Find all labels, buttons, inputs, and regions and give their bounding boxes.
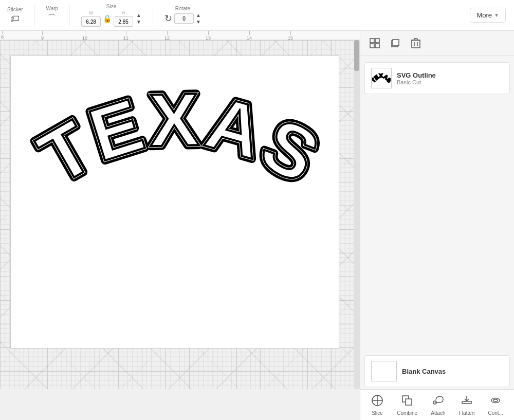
blank-canvas-label: Blank Canvas: [402, 368, 446, 375]
size-label: Size: [106, 4, 116, 9]
svg-text:TEXAS: TEXAS: [372, 72, 391, 84]
size-up-icon[interactable]: ▲: [136, 12, 141, 18]
rotate-up-icon[interactable]: ▲: [196, 12, 201, 18]
duplicate-layer-button[interactable]: [387, 35, 403, 51]
slice-icon: [371, 394, 383, 409]
rotate-input[interactable]: [174, 13, 194, 24]
group-layer-button[interactable]: [366, 35, 383, 51]
ruler-tick-10: 10: [82, 35, 87, 40]
svg-rect-6: [370, 44, 374, 48]
top-toolbar: Sticker 🏷 Warp ⌒ Size W 🔒 H ▲ ▼: [0, 0, 514, 31]
combine-button[interactable]: Combine: [393, 391, 421, 419]
svg-rect-4: [370, 39, 374, 43]
rotate-icon: ↻: [164, 13, 172, 24]
height-input[interactable]: [114, 16, 133, 27]
sticker-icon: 🏷: [10, 13, 20, 24]
slice-label: Slice: [372, 410, 383, 416]
ruler-tick-11: 11: [123, 35, 128, 40]
ruler-tick-14: 14: [247, 35, 252, 40]
width-label: W: [89, 10, 94, 15]
svg-rect-23: [406, 399, 412, 405]
blank-canvas-item[interactable]: Blank Canvas: [364, 355, 510, 387]
layer-type: Basic Cut: [397, 79, 503, 85]
blank-canvas-thumbnail: [371, 361, 397, 381]
attach-label: Attach: [431, 410, 445, 416]
flatten-button[interactable]: Flatten: [455, 391, 479, 419]
attach-icon: [432, 394, 444, 409]
sticker-label: Sticker: [7, 7, 23, 12]
lock-icon[interactable]: 🔒: [103, 14, 112, 23]
svg-rect-5: [375, 39, 379, 43]
contour-icon: [489, 394, 502, 409]
more-arrow-icon: ▼: [494, 12, 499, 18]
texas-artwork[interactable]: TEXAS TEXAS TEXAS TEXAS: [15, 71, 344, 225]
slice-button[interactable]: Slice: [367, 391, 388, 419]
warp-icon: ⌒: [47, 12, 57, 25]
height-label: H: [122, 10, 125, 15]
layer-actions: [360, 31, 514, 56]
horizontal-ruler: 8 9 10 11 12 13 14 15: [0, 31, 360, 40]
bottom-toolbar: Slice Combine Attach: [360, 389, 514, 420]
ruler-tick-15: 15: [288, 35, 293, 40]
size-tool: Size W 🔒 H ▲ ▼: [78, 2, 144, 29]
right-panel: Layers Color Sync ✕: [360, 0, 514, 420]
delete-layer-button[interactable]: [408, 35, 424, 51]
layer-thumbnail: TEXAS TEXAS: [371, 68, 392, 88]
layers-list: TEXAS TEXAS SVG Outline Basic Cut: [360, 56, 514, 353]
contour-button[interactable]: Cont...: [484, 391, 507, 419]
width-input[interactable]: [81, 16, 101, 27]
ruler-tick-12: 12: [164, 35, 170, 40]
flatten-icon: [461, 394, 473, 409]
warp-label: Warp: [46, 6, 59, 11]
warp-tool[interactable]: Warp ⌒: [43, 4, 62, 27]
flatten-label: Flatten: [459, 410, 475, 416]
combine-label: Combine: [397, 410, 417, 416]
attach-button[interactable]: Attach: [427, 391, 449, 419]
svg-rect-25: [462, 401, 471, 404]
scrollbar-thumb[interactable]: [354, 40, 359, 71]
ruler-tick-13: 13: [206, 35, 211, 40]
ruler-tick-9: 9: [41, 35, 44, 40]
svg-rect-7: [375, 44, 379, 48]
sticker-tool[interactable]: Sticker 🏷: [4, 5, 26, 26]
svg-rect-9: [393, 40, 399, 46]
contour-label: Cont...: [488, 410, 503, 416]
vertical-scrollbar[interactable]: [354, 40, 360, 389]
svg-rect-10: [412, 40, 420, 48]
rotate-label: Rotate: [175, 6, 190, 11]
layer-item-svg-outline[interactable]: TEXAS TEXAS SVG Outline Basic Cut: [364, 62, 510, 94]
ruler-tick-8: 8: [1, 34, 4, 40]
layer-name: SVG Outline: [397, 71, 503, 79]
more-label: More: [476, 11, 492, 19]
more-button[interactable]: More ▼: [470, 8, 506, 23]
combine-icon: [401, 394, 413, 409]
layer-info: SVG Outline Basic Cut: [397, 71, 503, 85]
rotate-tool: Rotate ↻ ▲ ▼: [161, 4, 204, 27]
svg-text:TEXAS: TEXAS: [26, 78, 334, 200]
rotate-down-icon[interactable]: ▼: [196, 19, 201, 25]
canvas-area: TEXAS TEXAS TEXAS TEXAS: [0, 40, 360, 389]
size-down-icon[interactable]: ▼: [136, 19, 141, 25]
